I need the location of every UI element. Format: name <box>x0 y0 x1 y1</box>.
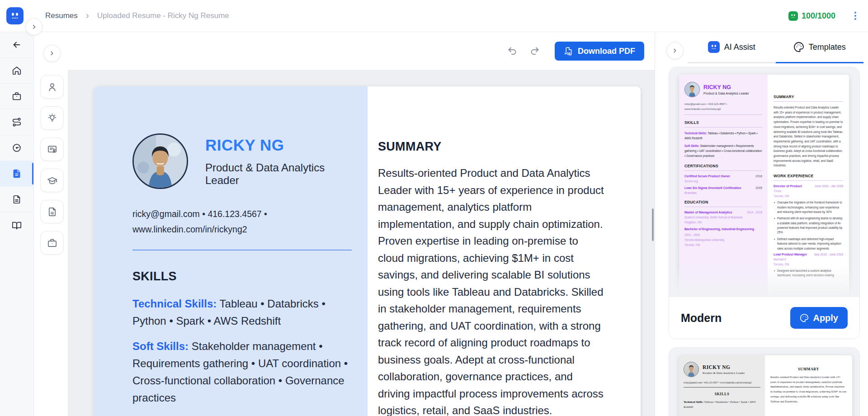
profile-photo <box>132 133 188 189</box>
apply-template-button[interactable]: Apply <box>790 307 848 329</box>
preview-fade <box>669 265 859 297</box>
route-icon <box>12 117 22 127</box>
resume-sheet: RICKY NG Product & Data Analytics Leader… <box>94 86 641 416</box>
document-icon <box>12 194 22 204</box>
book-open-icon <box>12 221 22 231</box>
nav-tracker[interactable] <box>0 135 33 161</box>
resume-right-column: SUMMARY Results-oriented Product and Dat… <box>368 86 641 416</box>
file-text-icon <box>47 207 57 217</box>
palette-icon <box>800 313 809 322</box>
mini-title: Product & Data Analytics Leader <box>703 371 745 375</box>
mini-contact: ricky@gmail.com • 416.123.4567 • www.lin… <box>684 381 760 384</box>
nav-resumes[interactable] <box>0 161 33 187</box>
mini-summary-heading: SUMMARY <box>770 367 847 371</box>
app-logo-icon[interactable] <box>6 7 24 24</box>
mini-summary-text: Results-oriented Product and Data Analyt… <box>774 105 843 168</box>
mini-contact-1: ricky@gmail.com • 416.123.4567 • <box>684 101 762 106</box>
section-summary-button[interactable] <box>40 200 64 223</box>
briefcase-icon <box>47 238 57 248</box>
template-classic-preview[interactable]: RICKY NG Product & Data Analytics Leader… <box>669 348 859 416</box>
undo-button[interactable] <box>504 43 520 59</box>
svg-text:PDF: PDF <box>565 52 571 55</box>
mini-work-heading: WORK EXPERIENCE <box>774 174 843 181</box>
user-icon <box>47 82 57 92</box>
resume-canvas[interactable]: RICKY NG Product & Data Analytics Leader… <box>68 70 655 416</box>
template-card-footer: Modern Apply <box>669 297 859 339</box>
template-name: Modern <box>681 312 722 325</box>
soft-skills-label: Soft Skills: <box>132 340 189 352</box>
top-bar: Resumes Uploaded Resume - Ricky Ng Resum… <box>0 0 868 32</box>
download-pdf-label: Download PDF <box>578 47 635 56</box>
mini-education-heading: EDUCATION <box>684 200 762 207</box>
tab-templates[interactable]: Templates <box>776 32 864 63</box>
palette-icon <box>793 42 804 52</box>
nav-career-path[interactable] <box>0 109 33 135</box>
resume-left-column: RICKY NG Product & Data Analytics Leader… <box>94 86 368 416</box>
technical-skills-block[interactable]: Technical Skills: Tableau • Databricks •… <box>132 295 352 330</box>
mini-profile-photo <box>684 82 700 97</box>
breadcrumb-resumes[interactable]: Resumes <box>45 11 78 20</box>
resume-document-icon <box>12 169 22 179</box>
section-tool-rail <box>40 75 64 255</box>
tab-ai-assist[interactable]: AI Assist <box>688 32 776 63</box>
certificate-icon <box>47 144 57 155</box>
soft-skills-block[interactable]: Soft Skills: Stakeholder management • Re… <box>132 338 352 407</box>
download-pdf-button[interactable]: PDF Download PDF <box>555 42 644 61</box>
breadcrumb: Resumes Uploaded Resume - Ricky Ng Resum… <box>45 11 229 20</box>
template-card-classic: RICKY NG Product & Data Analytics Leader… <box>669 347 860 416</box>
more-options-button[interactable] <box>853 10 858 22</box>
panel-collapse-button[interactable] <box>666 42 684 59</box>
template-modern-preview[interactable]: RICKY NG Product & Data Analytics Leader… <box>669 67 859 297</box>
pdf-file-icon: PDF <box>564 47 573 56</box>
right-panel: AI Assist Templates R <box>655 32 868 416</box>
nav-cover-letters[interactable] <box>0 187 33 213</box>
arrow-left-icon <box>12 40 22 50</box>
resume-header-block[interactable]: RICKY NG Product & Data Analytics Leader <box>132 133 352 189</box>
nav-library[interactable] <box>0 213 33 238</box>
section-education-button[interactable] <box>40 169 64 192</box>
resume-name: RICKY NG <box>205 136 352 154</box>
gauge-icon <box>12 143 22 153</box>
tab-templates-label: Templates <box>809 43 846 52</box>
sidebar-collapse-button[interactable] <box>25 18 42 35</box>
section-skills-button[interactable] <box>40 106 64 130</box>
nav-jobs[interactable] <box>0 84 33 109</box>
graduation-cap-icon <box>47 175 57 186</box>
section-profile-button[interactable] <box>40 75 64 99</box>
tab-ai-assist-label: AI Assist <box>724 43 755 52</box>
credits-robot-icon <box>788 11 798 21</box>
resume-contact[interactable]: ricky@gmail.com • 416.123.4567 • www.lin… <box>132 206 352 237</box>
redo-button[interactable] <box>527 43 543 59</box>
breadcrumb-current: Uploaded Resume - Ricky Ng Resume <box>97 11 229 20</box>
skills-heading[interactable]: SKILLS <box>132 269 352 284</box>
section-experience-button[interactable] <box>40 231 64 255</box>
mini-contact-2: www.linkedin.com/in/rickyng2 <box>684 106 762 111</box>
toolrail-collapse-button[interactable] <box>43 45 61 62</box>
mini-name: RICKY NG <box>703 84 749 90</box>
chevron-right-icon <box>84 13 91 19</box>
summary-text[interactable]: Results-oriented Product and Data Analyt… <box>378 165 605 416</box>
left-nav-rail <box>0 32 34 416</box>
ai-robot-icon <box>708 41 720 53</box>
briefcase-icon <box>12 91 22 101</box>
template-classic-thumbnail: RICKY NG Product & Data Analytics Leader… <box>679 355 852 416</box>
back-button[interactable] <box>0 32 33 58</box>
summary-heading[interactable]: SUMMARY <box>378 140 605 154</box>
section-certifications-button[interactable] <box>40 137 64 161</box>
mini-title: Product & Data Analytics Leader <box>703 92 749 95</box>
credits-badge[interactable]: 100/1000 <box>788 11 835 21</box>
mini-certifications-heading: CERTIFICATIONS <box>684 164 762 171</box>
nav-home[interactable] <box>0 58 33 84</box>
mini-summary-text: Results-oriented Product and Data Analyt… <box>770 375 847 404</box>
divider <box>132 250 352 251</box>
editor-toolbar: PDF Download PDF <box>34 32 655 70</box>
technical-skills-label: Technical Skills: <box>132 298 217 310</box>
mini-summary-heading: SUMMARY <box>774 95 843 102</box>
canvas-scrollbar[interactable] <box>652 208 654 241</box>
mini-profile-photo <box>684 362 699 377</box>
templates-list: RICKY NG Product & Data Analytics Leader… <box>655 63 868 416</box>
mini-name: RICKY NG <box>703 364 745 370</box>
home-icon <box>12 66 22 76</box>
mini-skills-heading: SKILLS <box>684 120 762 128</box>
template-card-modern: RICKY NG Product & Data Analytics Leader… <box>669 67 860 339</box>
